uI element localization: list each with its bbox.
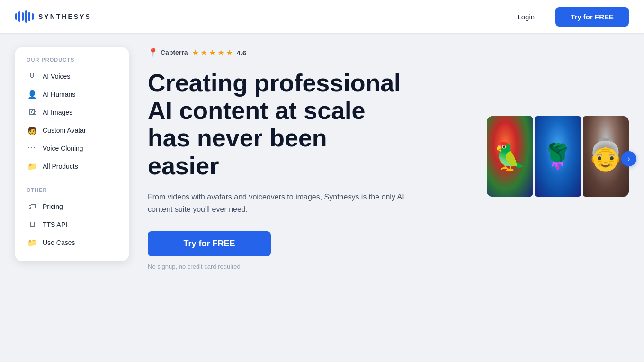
main-content: Our products 🎙 AI Voices 👤 AI Humans 🖼 A… — [0, 33, 644, 284]
menu-item-all-products[interactable]: 📁 All Products — [23, 157, 121, 175]
menu-label-use-cases: Use Cases — [43, 239, 75, 246]
menu-label-voice-cloning: Voice Cloning — [43, 145, 83, 152]
headline-line4: easier — [148, 152, 219, 180]
image-icon: 🖼 — [27, 108, 37, 117]
menu-item-voice-cloning[interactable]: 〰 Voice Cloning — [23, 139, 121, 157]
star-5: ★ — [226, 48, 233, 58]
header: SYNTHESYS Login Try for FREE — [0, 0, 644, 33]
image-carousel: › — [487, 116, 629, 201]
carousel-images — [487, 116, 629, 197]
hero-headline: Creating professional AI content at scal… — [148, 69, 458, 180]
logo-text: SYNTHESYS — [38, 13, 91, 20]
dropdown-panel: Our products 🎙 AI Voices 👤 AI Humans 🖼 A… — [15, 47, 129, 261]
logo: SYNTHESYS — [15, 10, 91, 23]
star-3: ★ — [209, 48, 216, 58]
logo-icon — [15, 10, 34, 23]
mic-icon: 🎙 — [27, 72, 37, 81]
image-section: › — [477, 47, 629, 270]
person-icon: 👤 — [27, 90, 37, 99]
other-label: Other — [23, 187, 121, 193]
headline-line3: has never been — [148, 124, 327, 152]
try-free-header-button[interactable]: Try for FREE — [555, 7, 629, 27]
menu-label-pricing: Pricing — [43, 203, 63, 210]
capterra-badge: 📍 Capterra ★ ★ ★ ★ ★ 4.6 — [148, 47, 458, 58]
capterra-logo: 📍 Capterra — [148, 47, 188, 58]
star-1: ★ — [192, 48, 199, 58]
our-products-label: Our products — [23, 57, 121, 63]
menu-divider — [23, 181, 121, 181]
menu-label-all-products: All Products — [43, 163, 78, 170]
avatar-icon: 🧑 — [27, 126, 37, 135]
carousel-image-parrot — [487, 116, 533, 197]
hero-cta-button[interactable]: Try for FREE — [148, 231, 271, 256]
menu-label-ai-humans: AI Humans — [43, 90, 75, 98]
menu-item-use-cases[interactable]: 📁 Use Cases — [23, 234, 121, 252]
star-2: ★ — [200, 48, 207, 58]
tag-icon: 🏷 — [27, 202, 37, 211]
menu-item-ai-images[interactable]: 🖼 AI Images — [23, 103, 121, 121]
login-button[interactable]: Login — [502, 8, 550, 26]
menu-item-ai-voices[interactable]: 🎙 AI Voices — [23, 67, 121, 85]
folder-products-icon: 📁 — [27, 162, 37, 171]
menu-item-custom-avatar[interactable]: 🧑 Custom Avatar — [23, 121, 121, 139]
header-actions: Login Try for FREE — [502, 7, 629, 27]
headline-line2: AI content at scale — [148, 97, 365, 124]
menu-label-ai-images: AI Images — [43, 109, 72, 116]
carousel-image-rose — [535, 116, 581, 197]
menu-label-tts-api: TTS API — [43, 221, 67, 228]
hero-description: From videos with avatars and voiceovers … — [148, 191, 413, 216]
menu-label-ai-voices: AI Voices — [43, 72, 70, 80]
hero-section: 📍 Capterra ★ ★ ★ ★ ★ 4.6 Creating profes… — [129, 47, 477, 270]
monitor-icon: 🖥 — [27, 220, 37, 229]
headline-line1: Creating professional — [148, 69, 401, 97]
capterra-flag: 📍 — [148, 47, 158, 58]
menu-item-tts-api[interactable]: 🖥 TTS API — [23, 216, 121, 234]
star-4: ★ — [217, 48, 224, 58]
folder-other-icon: 📁 — [27, 238, 37, 247]
rating-number: 4.6 — [237, 49, 247, 57]
menu-item-ai-humans[interactable]: 👤 AI Humans — [23, 85, 121, 103]
menu-item-pricing[interactable]: 🏷 Pricing — [23, 198, 121, 216]
carousel-next-button[interactable]: › — [621, 151, 636, 166]
star-rating: ★ ★ ★ ★ ★ — [192, 48, 233, 58]
menu-label-custom-avatar: Custom Avatar — [43, 127, 86, 134]
waves-icon: 〰 — [27, 144, 37, 153]
no-credit-text: No signup, no credit card required — [148, 263, 458, 270]
capterra-name: Capterra — [161, 49, 188, 56]
